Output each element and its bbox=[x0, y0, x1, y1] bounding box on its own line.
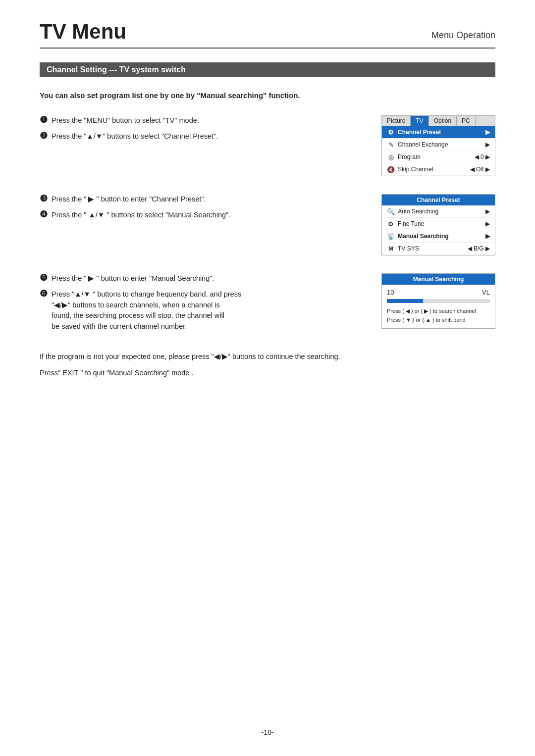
ms-channel-num: 10 bbox=[387, 289, 394, 296]
steps-col-3: ❺ Press the " ▶ " button to enter "Manua… bbox=[40, 273, 381, 337]
tab-picture[interactable]: Picture bbox=[382, 116, 411, 126]
step-5-text: Press the " ▶ " button to enter "Manual … bbox=[52, 273, 214, 284]
skip-channel-icon: 🔇 bbox=[387, 165, 395, 173]
section-heading: Channel Setting --- TV system switch bbox=[40, 62, 495, 77]
ms-hint-line1: Press ( ◀ ) or ( ▶ ) to search channel bbox=[387, 307, 490, 316]
step-1-text: Press the "MENU" button to select "TV" m… bbox=[52, 115, 199, 126]
auto-search-label: Auto Searching bbox=[398, 208, 438, 215]
menu-item-channel-preset[interactable]: ⚙ Channel Preset ▶ bbox=[382, 126, 495, 139]
block-3: ❺ Press the " ▶ " button to enter "Manua… bbox=[40, 273, 495, 337]
auto-search-icon: 🔍 bbox=[387, 207, 395, 215]
step-5: ❺ Press the " ▶ " button to enter "Manua… bbox=[40, 273, 362, 284]
channel-preset-icon: ⚙ bbox=[387, 128, 395, 136]
manual-searching-label: Manual Searching bbox=[398, 233, 449, 240]
channel-preset-label: Channel Preset bbox=[398, 129, 441, 136]
program-icon: ◎ bbox=[387, 153, 395, 161]
block-1: ❶ Press the "MENU" button to select "TV"… bbox=[40, 115, 495, 176]
step-6-line1: Press "▲/▼ " buttons to change frequency… bbox=[52, 290, 241, 298]
tv-sys-label: TV SYS bbox=[398, 245, 419, 252]
skip-channel-label: Skip Channel bbox=[398, 166, 433, 173]
tv-menu-panel: Picture TV Option PC ⚙ Channel Preset ▶ … bbox=[381, 115, 495, 176]
tv-sys-value: ◀ B/G ▶ bbox=[468, 245, 490, 252]
steps-col-1: ❶ Press the "MENU" button to select "TV"… bbox=[40, 115, 381, 147]
step-6-text: Press "▲/▼ " buttons to change frequency… bbox=[52, 289, 241, 332]
step-2-text: Press the "▲/▼" buttons to select "Chann… bbox=[52, 131, 218, 142]
ms-progress-bar bbox=[387, 299, 490, 303]
step-1: ❶ Press the "MENU" button to select "TV"… bbox=[40, 115, 362, 126]
step-6-line3: found, the searching process will stop, … bbox=[52, 311, 224, 319]
menu-item-channel-exchange[interactable]: ✎ Channel Exchange ▶ bbox=[382, 139, 495, 151]
ms-hint-line2: Press ( ▼ ) or ( ▲ ) to shift band bbox=[387, 316, 490, 325]
panel-1-col: Picture TV Option PC ⚙ Channel Preset ▶ … bbox=[381, 115, 495, 176]
panel-2-col: Channel Preset 🔍 Auto Searching ▶ ⚙ Fine… bbox=[381, 194, 495, 255]
step-2-num: ❷ bbox=[40, 130, 48, 141]
step-3-num: ❸ bbox=[40, 193, 48, 204]
program-label: Program bbox=[398, 153, 421, 160]
step-6: ❻ Press "▲/▼ " buttons to change frequen… bbox=[40, 289, 362, 332]
page-footer: -18- bbox=[0, 728, 535, 736]
preset-tv-sys[interactable]: M TV SYS ◀ B/G ▶ bbox=[382, 243, 495, 255]
channel-preset-arrow: ▶ bbox=[485, 129, 490, 136]
menu-bar: Picture TV Option PC bbox=[382, 116, 495, 126]
page-number: -18- bbox=[262, 728, 274, 736]
note-1: If the program is not your expected one,… bbox=[40, 351, 495, 362]
skip-channel-value: ◀ Off ▶ bbox=[470, 166, 490, 173]
page-subtitle: Menu Operation bbox=[431, 30, 495, 44]
manual-search-panel: Manual Searching 10 VL Press ( ◀ ) or ( … bbox=[381, 273, 495, 329]
step-1-num: ❶ bbox=[40, 114, 48, 125]
menu-item-skip-channel[interactable]: 🔇 Skip Channel ◀ Off ▶ bbox=[382, 163, 495, 176]
step-5-num: ❺ bbox=[40, 272, 48, 283]
channel-preset-title: Channel Preset bbox=[382, 195, 495, 205]
page: TV Menu Menu Operation Channel Setting -… bbox=[0, 0, 535, 756]
step-6-line2: "◀/▶" buttons to search channels, when a… bbox=[52, 301, 220, 309]
ms-channel-row: 10 VL bbox=[387, 289, 490, 296]
manual-search-title: Manual Searching bbox=[382, 274, 495, 285]
channel-exchange-label: Channel Exchange bbox=[398, 141, 448, 148]
block-2: ❸ Press the " ▶ " button to enter "Chann… bbox=[40, 194, 495, 255]
fine-tune-icon: ⚙ bbox=[387, 220, 395, 228]
ms-hint: Press ( ◀ ) or ( ▶ ) to search channel P… bbox=[387, 307, 490, 324]
auto-search-arrow: ▶ bbox=[485, 208, 490, 215]
step-6-num: ❻ bbox=[40, 288, 48, 299]
channel-exchange-icon: ✎ bbox=[387, 141, 395, 149]
tab-tv[interactable]: TV bbox=[411, 116, 428, 126]
ms-progress-fill bbox=[387, 299, 423, 303]
manual-searching-arrow: ▶ bbox=[485, 233, 490, 240]
fine-tune-label: Fine Tune bbox=[398, 220, 424, 227]
channel-exchange-arrow: ▶ bbox=[485, 141, 490, 148]
preset-manual-searching[interactable]: 📡 Manual Searching ▶ bbox=[382, 230, 495, 243]
tab-option[interactable]: Option bbox=[429, 116, 457, 126]
note-2: Press" EXIT " to quit "Manual Searching"… bbox=[40, 367, 495, 379]
step-3-text: Press the " ▶ " button to enter "Channel… bbox=[52, 194, 206, 205]
tv-sys-icon: M bbox=[387, 245, 395, 252]
intro-text: You can also set program list one by one… bbox=[40, 91, 495, 100]
channel-preset-panel: Channel Preset 🔍 Auto Searching ▶ ⚙ Fine… bbox=[381, 194, 495, 255]
step-3: ❸ Press the " ▶ " button to enter "Chann… bbox=[40, 194, 362, 205]
page-header: TV Menu Menu Operation bbox=[40, 20, 495, 49]
preset-auto-searching[interactable]: 🔍 Auto Searching ▶ bbox=[382, 205, 495, 218]
tab-pc[interactable]: PC bbox=[457, 116, 476, 126]
manual-search-icon: 📡 bbox=[387, 232, 395, 240]
step-4-text: Press the " ▲/▼ " buttons to select "Man… bbox=[52, 210, 230, 221]
step-6-line4: be saved with the current channel number… bbox=[52, 322, 187, 330]
preset-fine-tune[interactable]: ⚙ Fine Tune ▶ bbox=[382, 218, 495, 230]
step-4-num: ❹ bbox=[40, 209, 48, 220]
ms-channel-label: VL bbox=[482, 289, 490, 296]
fine-tune-arrow: ▶ bbox=[485, 220, 490, 227]
steps-col-2: ❸ Press the " ▶ " button to enter "Chann… bbox=[40, 194, 381, 226]
menu-item-program[interactable]: ◎ Program ◀ 0 ▶ bbox=[382, 151, 495, 163]
step-2: ❷ Press the "▲/▼" buttons to select "Cha… bbox=[40, 131, 362, 142]
manual-search-body: 10 VL Press ( ◀ ) or ( ▶ ) to search cha… bbox=[382, 285, 495, 328]
page-title: TV Menu bbox=[40, 20, 126, 44]
step-4: ❹ Press the " ▲/▼ " buttons to select "M… bbox=[40, 210, 362, 221]
panel-3-col: Manual Searching 10 VL Press ( ◀ ) or ( … bbox=[381, 273, 495, 329]
program-value: ◀ 0 ▶ bbox=[475, 153, 490, 160]
